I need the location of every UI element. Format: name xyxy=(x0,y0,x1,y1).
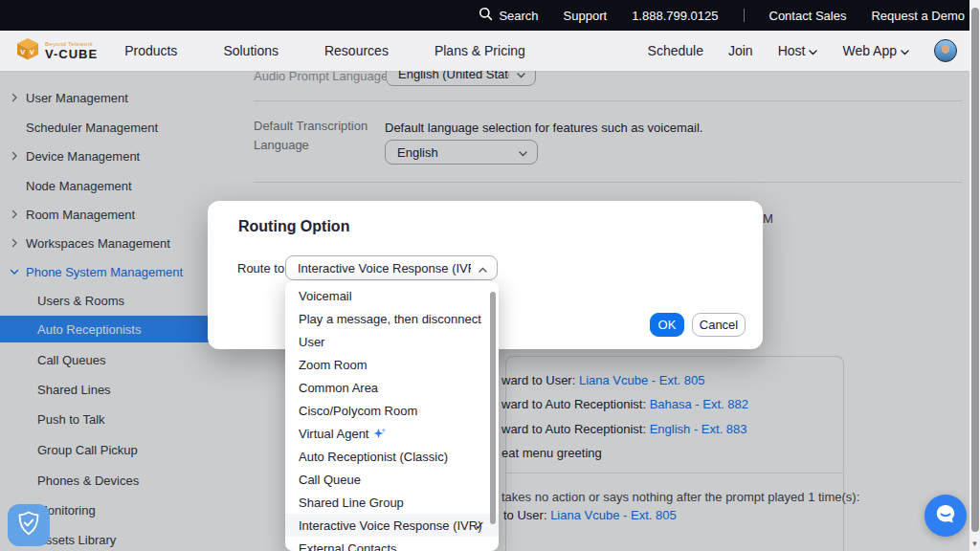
page: Search Support 1.888.799.0125 Contact Sa… xyxy=(0,0,980,551)
user-avatar[interactable] xyxy=(934,39,957,62)
logo-name: V-CUBE xyxy=(45,48,98,60)
scrollbar-thumb[interactable] xyxy=(971,8,979,532)
vcube-cube-icon: V V xyxy=(15,36,40,65)
page-scrollbar[interactable]: ▼ xyxy=(969,0,980,551)
option-cisco-polycom-room[interactable]: Cisco/Polycom Room xyxy=(285,399,499,422)
search-label: Search xyxy=(499,9,538,23)
nav-item-plans-pricing[interactable]: Plans & Pricing xyxy=(434,43,525,58)
scrollbar-down-arrow[interactable]: ▼ xyxy=(969,540,980,548)
dropdown-scrollbar-thumb[interactable] xyxy=(490,292,496,524)
request-demo-link[interactable]: Request a Demo xyxy=(871,9,965,23)
host-dropdown[interactable]: Host xyxy=(778,43,818,58)
chevron-down-icon xyxy=(901,43,909,58)
topbar-divider xyxy=(744,9,745,22)
contact-sales-link[interactable]: Contact Sales xyxy=(769,9,847,23)
search-icon xyxy=(479,7,493,24)
route-to-options-list: Voicemail Play a message, then disconnec… xyxy=(285,281,499,551)
live-chat-button[interactable] xyxy=(924,495,967,537)
option-zoom-room[interactable]: Zoom Room xyxy=(285,353,499,376)
main-navbar: V V Beyond Telework V-CUBE Products Solu… xyxy=(0,31,980,71)
svg-text:V: V xyxy=(30,48,34,56)
ok-button[interactable]: OK xyxy=(650,313,684,337)
phone-number[interactable]: 1.888.799.0125 xyxy=(632,9,718,23)
option-user[interactable]: User xyxy=(285,330,499,353)
top-utility-bar: Search Support 1.888.799.0125 Contact Sa… xyxy=(0,0,980,31)
cancel-button[interactable]: Cancel xyxy=(692,313,746,337)
chevron-up-icon xyxy=(479,261,487,276)
modal-title: Routing Option xyxy=(238,218,349,235)
nav-menu: Products Solutions Resources Plans & Pri… xyxy=(124,43,525,58)
chat-smile-icon xyxy=(934,502,957,529)
check-icon: ✓ xyxy=(475,518,485,533)
privacy-shield-button[interactable] xyxy=(8,504,50,546)
ai-sparkle-icon xyxy=(373,427,387,440)
search-button[interactable]: Search xyxy=(479,7,538,24)
shield-check-icon xyxy=(17,511,40,540)
nav-actions: Schedule Join Host Web App xyxy=(648,39,965,62)
nav-item-products[interactable]: Products xyxy=(124,43,177,58)
webapp-dropdown[interactable]: Web App xyxy=(842,43,909,58)
chevron-down-icon xyxy=(809,43,817,58)
modal-buttons: OK Cancel xyxy=(650,313,746,337)
join-link[interactable]: Join xyxy=(728,43,753,58)
support-link[interactable]: Support xyxy=(564,9,608,23)
svg-text:V: V xyxy=(20,48,25,56)
option-voicemail[interactable]: Voicemail xyxy=(285,284,499,307)
option-call-queue[interactable]: Call Queue xyxy=(285,468,499,491)
option-common-area[interactable]: Common Area xyxy=(285,376,499,399)
nav-item-solutions[interactable]: Solutions xyxy=(223,43,278,58)
option-external-contacts[interactable]: External Contacts xyxy=(285,537,499,551)
route-to-select[interactable]: Interactive Voice Response (IVR) xyxy=(285,255,498,280)
schedule-link[interactable]: Schedule xyxy=(648,43,703,58)
vcube-logo[interactable]: V V Beyond Telework V-CUBE xyxy=(15,36,98,65)
option-virtual-agent[interactable]: Virtual Agent xyxy=(285,422,499,445)
option-interactive-voice-response[interactable]: Interactive Voice Response (IVR) ✓ xyxy=(285,514,499,537)
nav-item-resources[interactable]: Resources xyxy=(324,43,389,58)
option-shared-line-group[interactable]: Shared Line Group xyxy=(285,491,499,514)
option-auto-receptionist-classic[interactable]: Auto Receptionist (Classic) xyxy=(285,445,499,468)
option-play-message-disconnect[interactable]: Play a message, then disconnect xyxy=(285,307,499,330)
route-to-label: Route to xyxy=(237,261,284,276)
